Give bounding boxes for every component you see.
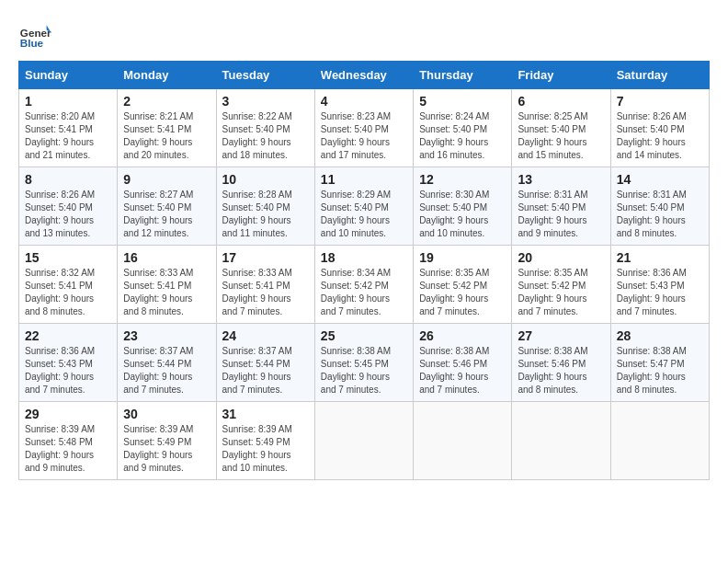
day-info: Sunrise: 8:35 AMSunset: 5:42 PMDaylight:… (518, 268, 587, 316)
day-info: Sunrise: 8:33 AMSunset: 5:41 PMDaylight:… (222, 268, 292, 316)
day-info: Sunrise: 8:37 AMSunset: 5:44 PMDaylight:… (222, 346, 292, 395)
day-info: Sunrise: 8:23 AMSunset: 5:40 PMDaylight:… (321, 111, 391, 160)
day-number: 11 (321, 172, 407, 187)
day-number: 18 (321, 250, 407, 265)
calendar-cell: 7 Sunrise: 8:26 AMSunset: 5:40 PMDayligh… (610, 89, 709, 167)
calendar-cell: 23 Sunrise: 8:37 AMSunset: 5:44 PMDaylig… (118, 324, 216, 402)
calendar-week-3: 15 Sunrise: 8:32 AMSunset: 5:41 PMDaylig… (19, 246, 710, 324)
day-info: Sunrise: 8:35 AMSunset: 5:42 PMDaylight:… (419, 268, 489, 316)
day-number: 7 (617, 94, 703, 109)
weekday-header-thursday: Thursday (414, 62, 512, 89)
calendar-week-5: 29 Sunrise: 8:39 AMSunset: 5:48 PMDaylig… (19, 402, 710, 480)
day-info: Sunrise: 8:34 AMSunset: 5:42 PMDaylight:… (321, 268, 391, 316)
calendar-week-4: 22 Sunrise: 8:36 AMSunset: 5:43 PMDaylig… (19, 324, 710, 402)
weekday-header-tuesday: Tuesday (216, 62, 314, 89)
calendar-cell (610, 402, 709, 480)
day-number: 3 (222, 94, 309, 109)
calendar-cell: 11 Sunrise: 8:29 AMSunset: 5:40 PMDaylig… (314, 167, 413, 246)
day-info: Sunrise: 8:38 AMSunset: 5:47 PMDaylight:… (617, 346, 687, 395)
svg-text:Blue: Blue (20, 37, 44, 49)
day-info: Sunrise: 8:21 AMSunset: 5:41 PMDaylight:… (123, 111, 193, 160)
calendar-cell (314, 402, 413, 480)
calendar-cell: 1 Sunrise: 8:20 AMSunset: 5:41 PMDayligh… (19, 89, 118, 167)
day-info: Sunrise: 8:39 AMSunset: 5:48 PMDaylight:… (25, 424, 95, 473)
calendar-cell: 22 Sunrise: 8:36 AMSunset: 5:43 PMDaylig… (19, 324, 118, 402)
calendar-cell: 5 Sunrise: 8:24 AMSunset: 5:40 PMDayligh… (414, 89, 512, 167)
calendar-cell: 21 Sunrise: 8:36 AMSunset: 5:43 PMDaylig… (610, 246, 709, 324)
day-info: Sunrise: 8:39 AMSunset: 5:49 PMDaylight:… (123, 424, 193, 473)
day-number: 12 (419, 172, 506, 187)
calendar-cell: 27 Sunrise: 8:38 AMSunset: 5:46 PMDaylig… (512, 324, 610, 402)
day-info: Sunrise: 8:26 AMSunset: 5:40 PMDaylight:… (25, 190, 95, 238)
day-number: 19 (419, 250, 506, 265)
weekday-header-wednesday: Wednesday (314, 62, 413, 89)
day-info: Sunrise: 8:25 AMSunset: 5:40 PMDaylight:… (518, 111, 587, 160)
day-info: Sunrise: 8:31 AMSunset: 5:40 PMDaylight:… (617, 190, 687, 238)
calendar-cell: 26 Sunrise: 8:38 AMSunset: 5:46 PMDaylig… (414, 324, 512, 402)
calendar-cell: 3 Sunrise: 8:22 AMSunset: 5:40 PMDayligh… (216, 89, 314, 167)
calendar-week-1: 1 Sunrise: 8:20 AMSunset: 5:41 PMDayligh… (19, 89, 710, 167)
weekday-header-friday: Friday (512, 62, 610, 89)
day-number: 29 (25, 407, 111, 421)
day-number: 30 (123, 407, 210, 421)
header: General Blue (18, 18, 710, 52)
logo-icon: General Blue (18, 18, 51, 52)
weekday-header-monday: Monday (118, 62, 216, 89)
day-info: Sunrise: 8:26 AMSunset: 5:40 PMDaylight:… (617, 111, 687, 160)
day-number: 16 (123, 250, 210, 265)
calendar-table: SundayMondayTuesdayWednesdayThursdayFrid… (18, 61, 710, 480)
weekday-header-saturday: Saturday (610, 62, 709, 89)
day-info: Sunrise: 8:37 AMSunset: 5:44 PMDaylight:… (123, 346, 193, 395)
calendar-cell: 6 Sunrise: 8:25 AMSunset: 5:40 PMDayligh… (512, 89, 610, 167)
day-info: Sunrise: 8:31 AMSunset: 5:40 PMDaylight:… (518, 190, 587, 238)
day-number: 1 (25, 94, 111, 109)
day-number: 2 (123, 94, 210, 109)
day-number: 31 (222, 407, 309, 421)
day-info: Sunrise: 8:38 AMSunset: 5:46 PMDaylight:… (518, 346, 587, 395)
day-number: 20 (518, 250, 604, 265)
calendar-cell: 12 Sunrise: 8:30 AMSunset: 5:40 PMDaylig… (414, 167, 512, 246)
calendar-container: General Blue SundayMondayTuesdayWednesda… (18, 18, 710, 480)
day-info: Sunrise: 8:24 AMSunset: 5:40 PMDaylight:… (419, 111, 489, 160)
calendar-cell: 14 Sunrise: 8:31 AMSunset: 5:40 PMDaylig… (610, 167, 709, 246)
calendar-cell (414, 402, 512, 480)
calendar-cell (512, 402, 610, 480)
day-number: 10 (222, 172, 309, 187)
calendar-cell: 13 Sunrise: 8:31 AMSunset: 5:40 PMDaylig… (512, 167, 610, 246)
day-info: Sunrise: 8:32 AMSunset: 5:41 PMDaylight:… (25, 268, 95, 316)
day-info: Sunrise: 8:36 AMSunset: 5:43 PMDaylight:… (25, 346, 95, 395)
day-info: Sunrise: 8:39 AMSunset: 5:49 PMDaylight:… (222, 424, 292, 473)
day-number: 5 (419, 94, 506, 109)
day-info: Sunrise: 8:36 AMSunset: 5:43 PMDaylight:… (617, 268, 687, 316)
calendar-week-2: 8 Sunrise: 8:26 AMSunset: 5:40 PMDayligh… (19, 167, 710, 246)
calendar-cell: 19 Sunrise: 8:35 AMSunset: 5:42 PMDaylig… (414, 246, 512, 324)
day-number: 28 (617, 328, 703, 343)
calendar-cell: 16 Sunrise: 8:33 AMSunset: 5:41 PMDaylig… (118, 246, 216, 324)
calendar-cell: 15 Sunrise: 8:32 AMSunset: 5:41 PMDaylig… (19, 246, 118, 324)
day-number: 4 (321, 94, 407, 109)
logo: General Blue (18, 18, 53, 52)
day-number: 25 (321, 328, 407, 343)
calendar-cell: 18 Sunrise: 8:34 AMSunset: 5:42 PMDaylig… (314, 246, 413, 324)
day-info: Sunrise: 8:20 AMSunset: 5:41 PMDaylight:… (25, 111, 95, 160)
weekday-header-row: SundayMondayTuesdayWednesdayThursdayFrid… (19, 62, 710, 89)
calendar-cell: 24 Sunrise: 8:37 AMSunset: 5:44 PMDaylig… (216, 324, 314, 402)
calendar-cell: 10 Sunrise: 8:28 AMSunset: 5:40 PMDaylig… (216, 167, 314, 246)
day-number: 8 (25, 172, 111, 187)
calendar-cell: 31 Sunrise: 8:39 AMSunset: 5:49 PMDaylig… (216, 402, 314, 480)
day-info: Sunrise: 8:30 AMSunset: 5:40 PMDaylight:… (419, 190, 489, 238)
calendar-cell: 17 Sunrise: 8:33 AMSunset: 5:41 PMDaylig… (216, 246, 314, 324)
calendar-cell: 8 Sunrise: 8:26 AMSunset: 5:40 PMDayligh… (19, 167, 118, 246)
calendar-cell: 28 Sunrise: 8:38 AMSunset: 5:47 PMDaylig… (610, 324, 709, 402)
day-info: Sunrise: 8:33 AMSunset: 5:41 PMDaylight:… (123, 268, 193, 316)
day-number: 13 (518, 172, 604, 187)
day-info: Sunrise: 8:29 AMSunset: 5:40 PMDaylight:… (321, 190, 391, 238)
day-info: Sunrise: 8:28 AMSunset: 5:40 PMDaylight:… (222, 190, 292, 238)
day-number: 26 (419, 328, 506, 343)
calendar-cell: 29 Sunrise: 8:39 AMSunset: 5:48 PMDaylig… (19, 402, 118, 480)
calendar-cell: 25 Sunrise: 8:38 AMSunset: 5:45 PMDaylig… (314, 324, 413, 402)
day-number: 17 (222, 250, 309, 265)
day-info: Sunrise: 8:38 AMSunset: 5:46 PMDaylight:… (419, 346, 489, 395)
day-number: 9 (123, 172, 210, 187)
day-number: 27 (518, 328, 604, 343)
